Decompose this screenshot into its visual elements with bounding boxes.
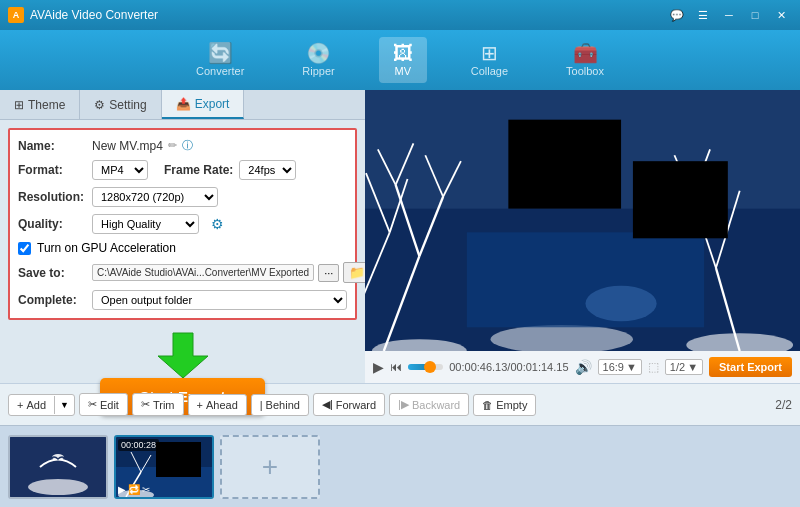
- add-timeline-icon: +: [262, 451, 278, 483]
- menu-btn[interactable]: ☰: [692, 6, 714, 24]
- forward-button[interactable]: ◀| Forward: [313, 393, 385, 416]
- name-row: Name: New MV.mp4 ✏ ⓘ: [18, 138, 347, 153]
- nav-mv[interactable]: 🖼 MV: [379, 37, 427, 83]
- svg-rect-34: [156, 442, 201, 477]
- setting-icon: ⚙: [94, 98, 105, 112]
- page-count: 2/2: [775, 398, 792, 412]
- time-display: 00:00:46.13/00:01:14.15: [449, 361, 568, 373]
- nav-ripper-label: Ripper: [302, 65, 334, 77]
- browse-button[interactable]: ···: [318, 264, 339, 282]
- edit-label: Edit: [100, 399, 119, 411]
- timeline-thumbnail-2: 00:00:28 ▶ 🔁 ✂: [116, 437, 212, 497]
- forward-icon: ◀|: [322, 398, 333, 411]
- add-main-button[interactable]: + Add: [9, 395, 54, 415]
- ahead-icon: +: [197, 399, 203, 411]
- forward-label: Forward: [336, 399, 376, 411]
- framerate-label: Frame Rate:: [164, 163, 233, 177]
- toolbox-icon: 🧰: [573, 43, 598, 63]
- ripper-icon: 💿: [306, 43, 331, 63]
- save-to-row: Save to: C:\AVAide Studio\AVAi...Convert…: [18, 262, 347, 283]
- ahead-button[interactable]: + Ahead: [188, 394, 247, 416]
- add-label: Add: [26, 399, 46, 411]
- nav-collage[interactable]: ⊞ Collage: [457, 37, 522, 83]
- behind-button[interactable]: | Behind: [251, 394, 309, 416]
- ahead-label: Ahead: [206, 399, 238, 411]
- video-preview: [365, 90, 800, 351]
- nav-converter[interactable]: 🔄 Converter: [182, 37, 258, 83]
- svg-rect-24: [508, 120, 621, 209]
- timeline-item-1[interactable]: [8, 435, 108, 499]
- scale-control[interactable]: 1/2 ▼: [665, 359, 703, 375]
- app-icon: A: [8, 7, 24, 23]
- edit-button[interactable]: ✂ Edit: [79, 393, 128, 416]
- nav-collage-label: Collage: [471, 65, 508, 77]
- right-panel: ▶ ⏮ 00:00:46.13/00:01:14.15 🔊 16:9 ▼ ⬚ 1…: [365, 90, 800, 383]
- separator-icon: ⬚: [648, 360, 659, 374]
- timeline-item-2[interactable]: 00:00:28 ▶ 🔁 ✂: [114, 435, 214, 499]
- resolution-label: Resolution:: [18, 190, 86, 204]
- mv-icon: 🖼: [393, 43, 413, 63]
- title-bar-left: A AVAide Video Converter: [8, 7, 158, 23]
- behind-label: Behind: [266, 399, 300, 411]
- edit-scissors-icon: ✂: [88, 398, 97, 411]
- name-label: Name:: [18, 139, 86, 153]
- export-icon: 📤: [176, 97, 191, 111]
- nav-bar: 🔄 Converter 💿 Ripper 🖼 MV ⊞ Collage 🧰 To…: [0, 30, 800, 90]
- nav-toolbox[interactable]: 🧰 Toolbox: [552, 37, 618, 83]
- converter-icon: 🔄: [208, 43, 233, 63]
- empty-button[interactable]: 🗑 Empty: [473, 394, 536, 416]
- nav-mv-label: MV: [394, 65, 411, 77]
- complete-label: Complete:: [18, 293, 86, 307]
- resolution-select[interactable]: 1280x720 (720p) 1920x1080 (1080p) 3840x2…: [92, 187, 218, 207]
- trash-icon: 🗑: [482, 399, 493, 411]
- tl-loop-icon[interactable]: 🔁: [128, 484, 140, 495]
- close-btn[interactable]: ✕: [770, 6, 792, 24]
- collage-icon: ⊞: [481, 43, 498, 63]
- tab-export[interactable]: 📤 Export: [162, 90, 245, 119]
- save-to-label: Save to:: [18, 266, 86, 280]
- framerate-select[interactable]: 24fps 30fps 60fps: [239, 160, 296, 180]
- add-dropdown-button[interactable]: ▼: [54, 396, 74, 414]
- tl-cut-icon[interactable]: ✂: [142, 484, 150, 495]
- edit-name-icon[interactable]: ✏: [168, 139, 177, 152]
- nav-ripper[interactable]: 💿 Ripper: [288, 37, 348, 83]
- chat-btn[interactable]: 💬: [666, 6, 688, 24]
- video-background: [365, 90, 800, 351]
- trim-button[interactable]: ✂ Trim: [132, 393, 184, 416]
- tab-setting[interactable]: ⚙ Setting: [80, 90, 161, 119]
- thumbnail-1-svg: [10, 437, 106, 497]
- add-button-group: + Add ▼: [8, 394, 75, 416]
- aspect-ratio-control[interactable]: 16:9 ▼: [598, 359, 642, 375]
- backward-button[interactable]: |▶ Backward: [389, 393, 469, 416]
- minimize-btn[interactable]: ─: [718, 6, 740, 24]
- gpu-label: Turn on GPU Acceleration: [37, 241, 176, 255]
- gpu-row: Turn on GPU Acceleration: [18, 241, 347, 255]
- tab-theme[interactable]: ⊞ Theme: [0, 90, 80, 119]
- export-settings-form: Name: New MV.mp4 ✏ ⓘ Format: MP4 AVI MOV…: [8, 128, 357, 320]
- quality-settings-icon[interactable]: ⚙: [211, 216, 224, 232]
- rewind-button[interactable]: ⏮: [390, 360, 402, 374]
- format-select[interactable]: MP4 AVI MOV: [92, 160, 148, 180]
- behind-icon: |: [260, 399, 263, 411]
- gpu-checkbox[interactable]: [18, 242, 31, 255]
- empty-label: Empty: [496, 399, 527, 411]
- info-icon[interactable]: ⓘ: [182, 138, 193, 153]
- format-row: Format: MP4 AVI MOV Frame Rate: 24fps 30…: [18, 160, 347, 180]
- tab-setting-label: Setting: [109, 98, 146, 112]
- tl-play-icon[interactable]: ▶: [118, 484, 126, 495]
- complete-select[interactable]: Open output folder Do nothing: [92, 290, 347, 310]
- progress-bar[interactable]: [408, 364, 443, 370]
- scale-arrow: ▼: [687, 361, 698, 373]
- quality-select[interactable]: High Quality Medium Quality Low Quality: [92, 214, 199, 234]
- volume-icon[interactable]: 🔊: [575, 359, 592, 375]
- video-controls-bar: ▶ ⏮ 00:00:46.13/00:01:14.15 🔊 16:9 ▼ ⬚ 1…: [365, 351, 800, 383]
- progress-thumb: [424, 361, 436, 373]
- format-label: Format:: [18, 163, 86, 177]
- video-export-button[interactable]: Start Export: [709, 357, 792, 377]
- play-button[interactable]: ▶: [373, 359, 384, 375]
- theme-icon: ⊞: [14, 98, 24, 112]
- timeline-add-button[interactable]: +: [220, 435, 320, 499]
- maximize-btn[interactable]: □: [744, 6, 766, 24]
- quality-row: Quality: High Quality Medium Quality Low…: [18, 214, 347, 234]
- tab-bar: ⊞ Theme ⚙ Setting 📤 Export: [0, 90, 365, 120]
